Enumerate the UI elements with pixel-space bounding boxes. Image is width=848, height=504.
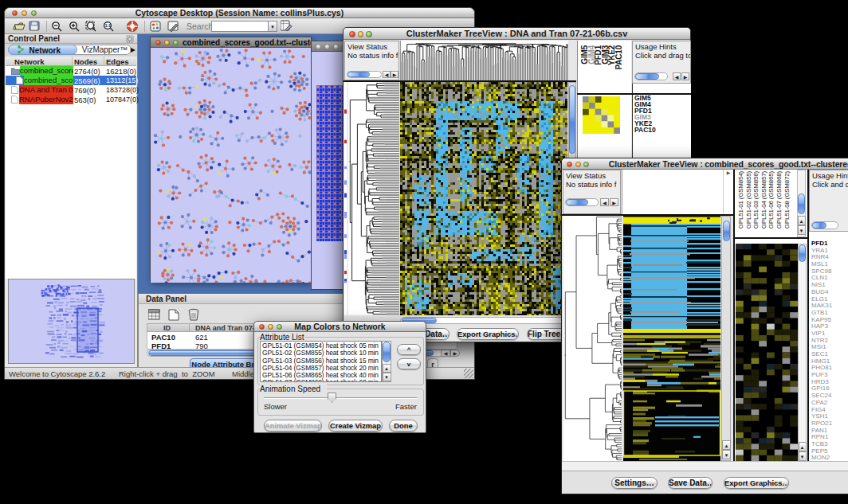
svg-text:1:1: 1:1 — [105, 23, 111, 28]
